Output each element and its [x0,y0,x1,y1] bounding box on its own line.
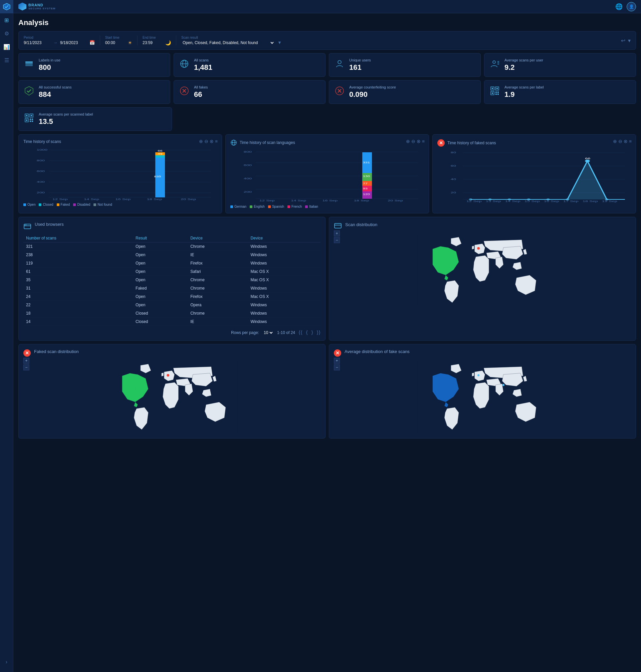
start-time-filter: Start time ☀ [105,36,132,45]
chevron-down-icon: ▼ [277,40,282,45]
scans-bar-chart: 1000 800 600 400 200 12 Sep [23,147,217,201]
sidebar-item-chart[interactable]: 📊 [0,40,13,53]
stat-value-successful: 884 [39,90,71,99]
brand-logo[interactable] [0,0,13,13]
col-scans: Number of scans [23,234,133,242]
sidebar-item-settings[interactable]: ⚙ [0,27,13,40]
cell-browser: Chrome [188,276,248,284]
lang-zoom-out-icon[interactable]: ⊖ [411,139,415,144]
chart-scans-controls: ⊕ ⊖ ⊗ ≡ [199,139,218,144]
sidebar-item-more[interactable]: › [0,655,13,669]
sidebar-item-grid[interactable]: ⊞ [0,13,13,27]
lang-menu-icon[interactable]: ≡ [422,139,425,144]
language-icon[interactable]: 🌐 [615,3,623,10]
svg-rect-21 [492,88,493,89]
svg-point-119 [26,225,26,225]
period-dates: → 📅 [24,40,95,45]
chart-faked-area: 80 60 40 20 12 Sep 13 Sep 14 Sep 15 Sep [437,150,631,203]
menu-icon[interactable]: ≡ [215,139,218,144]
svg-text:14 Sep: 14 Sep [84,197,99,200]
end-date-input[interactable] [60,40,87,45]
sidebar-item-list[interactable]: ☰ [0,53,13,67]
cell-result: Open [133,259,188,268]
x-circle-icon-1 [179,86,189,98]
stat-labels-in-use: Labels in use 800 [18,53,170,77]
col-result: Result [133,234,188,242]
chevron-down-button[interactable]: ▾ [628,37,631,44]
svg-rect-33 [31,115,32,116]
stats-row-1: Labels in use 800 All scans 1,481 [18,53,636,77]
cell-scans: 238 [23,251,133,259]
qr-icon-1 [490,86,500,98]
undo-button[interactable]: ↩ [621,37,625,44]
svg-text:49: 49 [158,153,162,155]
cell-os: Mac OS X [248,293,320,301]
page-title: Analysis [18,18,636,27]
svg-text:16 Sep: 16 Sep [323,199,338,202]
svg-rect-29 [497,94,499,95]
lang-zoom-reset-icon[interactable]: ⊗ [417,139,421,144]
bottom-maps-row: ✕ Faked scan distribution + − [18,344,636,439]
cell-scans: 14 [23,318,133,326]
rows-per-page-label: Rows per page: [231,330,259,335]
svg-text:600: 600 [244,163,252,166]
svg-text:12 Sep: 12 Sep [52,197,68,200]
stat-value-avg-label: 1.9 [504,90,544,99]
stat-value-fakes: 66 [194,90,208,99]
svg-text:12 Sep: 12 Sep [466,199,482,202]
topbar: BRAND SECURE SYSTEM 🌐 👤 [13,0,641,13]
zoom-in-icon[interactable]: ⊕ [199,139,203,144]
last-page-button[interactable]: ⟩⟩ [316,329,320,336]
next-page-button[interactable]: ⟩ [311,329,313,336]
chart-faked: ✕ Time history of faked scans ⊕ ⊖ ⊗ ≡ 80… [432,134,636,213]
zoom-out-icon[interactable]: ⊖ [204,139,208,144]
svg-rect-36 [30,119,31,120]
stat-value-avg-scanned: 13.5 [39,117,93,126]
stat-label-successful: All successful scans [39,85,71,89]
avg-fake-title: Average distribution of fake scans [344,349,410,354]
table-row: 35 Open Chrome Mac OS X [23,276,320,284]
svg-rect-26 [495,92,497,93]
svg-text:80: 80 [451,151,456,153]
browsers-table-body: 321 Open Chrome Windows 238 Open IE Wind… [23,242,320,326]
svg-text:331: 331 [363,161,370,164]
faked-zoom-in-icon[interactable]: ⊕ [613,139,617,144]
faked-menu-icon[interactable]: ≡ [629,139,632,144]
lang-zoom-in-icon[interactable]: ⊕ [406,139,410,144]
sep3 [176,36,176,45]
stat-unique-users: Unique users 161 [329,53,481,77]
calendar-icon[interactable]: 📅 [90,40,95,45]
svg-text:77: 77 [363,183,368,185]
cell-scans: 119 [23,259,133,268]
svg-text:13 Sep: 13 Sep [486,199,502,202]
cell-result: Closed [133,318,188,326]
start-date-input[interactable] [24,40,51,45]
stat-info-score: Average counterfeiting score 0.090 [349,85,396,99]
svg-text:18 Sep: 18 Sep [147,197,163,200]
col-os: Device [248,234,320,242]
faked-zoom-reset-icon[interactable]: ⊗ [624,139,628,144]
legend-not-found: Not found [94,203,112,206]
svg-rect-31 [26,115,27,116]
scan-result-select[interactable]: Open, Closed, Faked, Disabled, Not found [181,40,275,45]
rows-per-page-select[interactable]: 10 25 50 [262,330,274,335]
zoom-reset-icon[interactable]: ⊗ [210,139,214,144]
cell-result: Open [133,276,188,284]
prev-page-button[interactable]: ⟨ [306,329,308,336]
person-scan-icon [490,59,500,71]
start-time-input[interactable] [105,40,125,45]
svg-text:14 Sep: 14 Sep [291,199,306,202]
svg-text:19 Sep: 19 Sep [602,199,618,202]
cell-scans: 24 [23,293,133,301]
user-avatar[interactable]: 👤 [627,2,636,11]
svg-text:18 Sep: 18 Sep [583,199,598,202]
cell-result: Open [133,301,188,309]
faked-zoom-out-icon[interactable]: ⊖ [618,139,622,144]
svg-point-118 [25,225,25,225]
chart-languages: Time history of scan languages ⊕ ⊖ ⊗ ≡ 8… [226,134,429,213]
topbar-actions: 🌐 👤 [615,2,636,11]
chart-scans-title: Time history of scans [23,139,217,144]
end-time-input[interactable] [142,40,163,45]
svg-text:600: 600 [37,169,45,172]
first-page-button[interactable]: ⟨⟨ [299,329,302,336]
